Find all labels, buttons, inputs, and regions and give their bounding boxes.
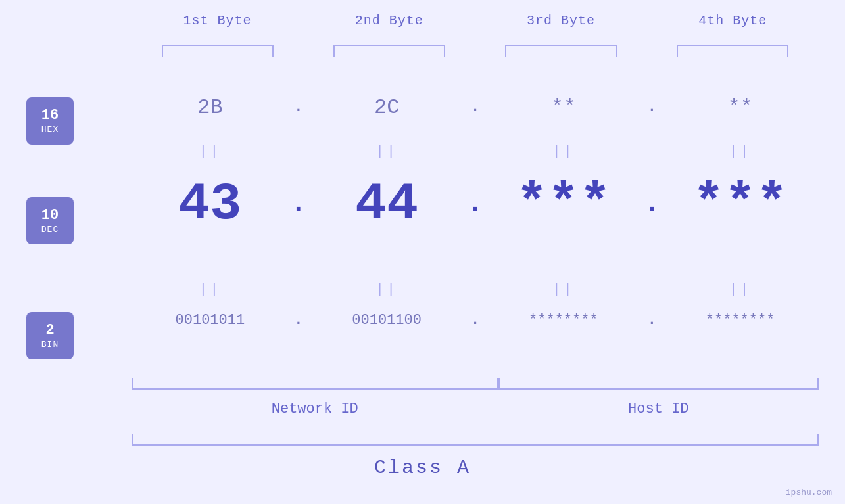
dec-dot2: .	[466, 189, 485, 219]
bracket-1	[162, 45, 274, 57]
bin-dot3: .	[642, 312, 662, 329]
eq-row-2: || || || ||	[132, 281, 819, 298]
host-id-label: Host ID	[498, 401, 819, 417]
dec-dot3: .	[642, 189, 662, 219]
bin-byte2: 00101100	[308, 312, 466, 329]
badge-hex-label: HEX	[41, 125, 59, 135]
header-byte3: 3rd Byte	[475, 13, 647, 28]
eq-cell-2: ||	[308, 143, 466, 160]
dec-byte2: 44	[308, 174, 466, 234]
header-byte1: 1st Byte	[132, 13, 303, 28]
badge-dec: 10 DEC	[26, 197, 74, 244]
eq-cell-3: ||	[485, 143, 642, 160]
header-row: 1st Byte 2nd Byte 3rd Byte 4th Byte	[132, 13, 819, 28]
badge-dec-num: 10	[41, 207, 59, 224]
hex-byte2: 2C	[308, 95, 466, 120]
badge-bin-label: BIN	[41, 340, 59, 350]
eq-cell-4: ||	[662, 143, 819, 160]
hex-dot3: .	[642, 99, 662, 116]
bin-byte1: 00101011	[132, 312, 289, 329]
dec-row: 43 . 44 . *** . ***	[132, 174, 819, 234]
hex-dot1: .	[289, 99, 308, 116]
host-bracket-wrap	[498, 378, 819, 390]
bracket-cell-2	[303, 45, 475, 57]
badge-dec-label: DEC	[41, 225, 59, 235]
dec-byte4: ***	[662, 174, 819, 234]
eq-cell-8: ||	[662, 281, 819, 298]
bracket-2	[333, 45, 445, 57]
dec-byte1: 43	[132, 174, 289, 234]
bracket-cell-4	[647, 45, 819, 57]
bin-byte3: ********	[485, 312, 642, 329]
dec-dot1: .	[289, 189, 308, 219]
bin-dot1: .	[289, 312, 308, 329]
bin-dot2: .	[466, 312, 485, 329]
full-bracket-wrap	[132, 434, 819, 446]
eq-cell-7: ||	[485, 281, 642, 298]
eq-cell-1: ||	[132, 143, 289, 160]
hex-row: 2B . 2C . ** . **	[132, 95, 819, 120]
hex-dot2: .	[466, 99, 485, 116]
hex-byte3: **	[485, 95, 642, 120]
eq-row-1: || || || ||	[132, 143, 819, 160]
network-id-label: Network ID	[132, 401, 498, 417]
header-byte4: 4th Byte	[647, 13, 819, 28]
badge-bin-box: 2 BIN	[26, 312, 74, 359]
badge-dec-box: 10 DEC	[26, 197, 74, 244]
bracket-cell-1	[132, 45, 303, 57]
eq-cell-6: ||	[308, 281, 466, 298]
header-byte2: 2nd Byte	[303, 13, 475, 28]
dec-byte3: ***	[485, 174, 642, 234]
badge-hex-box: 16 HEX	[26, 97, 74, 145]
bracket-cell-3	[475, 45, 647, 57]
badge-bin-num: 2	[45, 322, 54, 339]
top-bracket-row	[132, 45, 819, 57]
bin-row: 00101011 . 00101100 . ******** . *******…	[132, 312, 819, 329]
host-bracket	[498, 378, 819, 390]
network-bracket	[132, 378, 498, 390]
hex-byte1: 2B	[132, 95, 289, 120]
badge-hex-num: 16	[41, 107, 59, 124]
bin-byte4: ********	[662, 312, 819, 329]
badge-bin: 2 BIN	[26, 312, 74, 359]
class-label: Class A	[0, 457, 845, 479]
badge-hex: 16 HEX	[26, 97, 74, 145]
network-bracket-wrap	[132, 378, 498, 390]
full-bracket	[132, 434, 819, 446]
watermark: ipshu.com	[786, 488, 832, 497]
hex-byte4: **	[662, 95, 819, 120]
bracket-4	[677, 45, 788, 57]
bracket-3	[505, 45, 617, 57]
main-container: 1st Byte 2nd Byte 3rd Byte 4th Byte 16 H…	[0, 0, 845, 504]
eq-cell-5: ||	[132, 281, 289, 298]
